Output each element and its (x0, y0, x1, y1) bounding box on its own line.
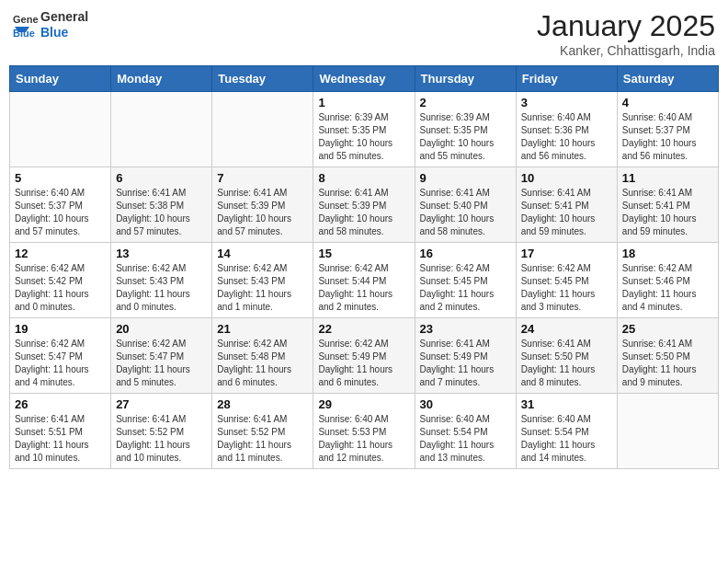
day-info: Sunrise: 6:42 AMSunset: 5:47 PMDaylight:… (116, 338, 207, 389)
logo-icon: General Blue (13, 12, 39, 38)
table-row: 12Sunrise: 6:42 AMSunset: 5:42 PMDayligh… (10, 243, 111, 318)
day-info: Sunrise: 6:39 AMSunset: 5:35 PMDaylight:… (420, 111, 511, 163)
day-number: 20 (116, 322, 207, 336)
table-row: 29Sunrise: 6:40 AMSunset: 5:53 PMDayligh… (313, 394, 415, 469)
title-area: January 2025 Kanker, Chhattisgarh, India (537, 9, 715, 58)
table-row: 22Sunrise: 6:42 AMSunset: 5:49 PMDayligh… (313, 318, 415, 394)
table-row: 3Sunrise: 6:40 AMSunset: 5:36 PMDaylight… (516, 92, 617, 167)
day-number: 16 (420, 247, 511, 260)
table-row: 16Sunrise: 6:42 AMSunset: 5:45 PMDayligh… (415, 243, 516, 318)
day-number: 22 (318, 322, 409, 336)
day-number: 13 (116, 247, 207, 260)
table-row: 10Sunrise: 6:41 AMSunset: 5:41 PMDayligh… (516, 167, 617, 243)
day-number: 7 (217, 171, 308, 185)
day-info: Sunrise: 6:40 AMSunset: 5:37 PMDaylight:… (622, 111, 713, 163)
day-info: Sunrise: 6:41 AMSunset: 5:39 PMDaylight:… (318, 187, 409, 238)
table-row: 25Sunrise: 6:41 AMSunset: 5:50 PMDayligh… (617, 318, 718, 394)
day-info: Sunrise: 6:42 AMSunset: 5:42 PMDaylight:… (15, 262, 106, 314)
day-info: Sunrise: 6:40 AMSunset: 5:54 PMDaylight:… (420, 413, 511, 465)
col-wednesday: Wednesday (313, 66, 415, 92)
table-row: 27Sunrise: 6:41 AMSunset: 5:52 PMDayligh… (111, 394, 212, 469)
day-info: Sunrise: 6:42 AMSunset: 5:43 PMDaylight:… (217, 262, 308, 314)
table-row: 26Sunrise: 6:41 AMSunset: 5:51 PMDayligh… (10, 394, 111, 469)
table-row: 31Sunrise: 6:40 AMSunset: 5:54 PMDayligh… (516, 394, 617, 469)
svg-text:Blue: Blue (13, 28, 35, 38)
col-monday: Monday (111, 66, 212, 92)
day-number: 21 (217, 322, 308, 336)
table-row: 6Sunrise: 6:41 AMSunset: 5:38 PMDaylight… (111, 167, 212, 243)
calendar-week-row: 26Sunrise: 6:41 AMSunset: 5:51 PMDayligh… (10, 394, 719, 469)
table-row (617, 394, 718, 469)
day-number: 29 (318, 397, 409, 411)
day-info: Sunrise: 6:42 AMSunset: 5:45 PMDaylight:… (420, 262, 511, 314)
day-number: 19 (15, 322, 106, 336)
table-row (212, 92, 313, 167)
location: Kanker, Chhattisgarh, India (537, 43, 715, 58)
calendar-week-row: 1Sunrise: 6:39 AMSunset: 5:35 PMDaylight… (10, 92, 719, 167)
table-row: 8Sunrise: 6:41 AMSunset: 5:39 PMDaylight… (313, 167, 415, 243)
day-number: 8 (318, 171, 409, 185)
col-thursday: Thursday (415, 66, 516, 92)
col-saturday: Saturday (617, 66, 718, 92)
calendar-week-row: 19Sunrise: 6:42 AMSunset: 5:47 PMDayligh… (10, 318, 719, 394)
day-number: 30 (420, 397, 511, 411)
month-title: January 2025 (537, 9, 715, 43)
day-info: Sunrise: 6:42 AMSunset: 5:46 PMDaylight:… (622, 262, 713, 314)
calendar-header-row: Sunday Monday Tuesday Wednesday Thursday… (10, 66, 719, 92)
table-row: 14Sunrise: 6:42 AMSunset: 5:43 PMDayligh… (212, 243, 313, 318)
day-number: 3 (521, 96, 612, 109)
day-info: Sunrise: 6:41 AMSunset: 5:38 PMDaylight:… (116, 187, 207, 238)
table-row: 15Sunrise: 6:42 AMSunset: 5:44 PMDayligh… (313, 243, 415, 318)
day-number: 12 (15, 247, 106, 260)
logo-general-text: General (40, 9, 88, 25)
day-number: 9 (420, 171, 511, 185)
table-row (111, 92, 212, 167)
day-number: 28 (217, 397, 308, 411)
calendar-table: Sunday Monday Tuesday Wednesday Thursday… (9, 65, 719, 469)
table-row: 17Sunrise: 6:42 AMSunset: 5:45 PMDayligh… (516, 243, 617, 318)
table-row: 24Sunrise: 6:41 AMSunset: 5:50 PMDayligh… (516, 318, 617, 394)
logo-blue-text: Blue (40, 25, 88, 40)
col-tuesday: Tuesday (212, 66, 313, 92)
table-row: 21Sunrise: 6:42 AMSunset: 5:48 PMDayligh… (212, 318, 313, 394)
table-row: 30Sunrise: 6:40 AMSunset: 5:54 PMDayligh… (415, 394, 516, 469)
table-row: 5Sunrise: 6:40 AMSunset: 5:37 PMDaylight… (10, 167, 111, 243)
day-number: 23 (420, 322, 511, 336)
day-info: Sunrise: 6:42 AMSunset: 5:44 PMDaylight:… (318, 262, 409, 314)
day-info: Sunrise: 6:41 AMSunset: 5:52 PMDaylight:… (217, 413, 308, 465)
day-info: Sunrise: 6:42 AMSunset: 5:48 PMDaylight:… (217, 338, 308, 389)
svg-text:General: General (13, 14, 39, 25)
day-number: 25 (622, 322, 713, 336)
col-friday: Friday (516, 66, 617, 92)
day-info: Sunrise: 6:41 AMSunset: 5:50 PMDaylight:… (521, 338, 612, 389)
day-number: 26 (15, 397, 106, 411)
table-row: 9Sunrise: 6:41 AMSunset: 5:40 PMDaylight… (415, 167, 516, 243)
table-row: 23Sunrise: 6:41 AMSunset: 5:49 PMDayligh… (415, 318, 516, 394)
table-row (10, 92, 111, 167)
table-row: 1Sunrise: 6:39 AMSunset: 5:35 PMDaylight… (313, 92, 415, 167)
table-row: 11Sunrise: 6:41 AMSunset: 5:41 PMDayligh… (617, 167, 718, 243)
day-info: Sunrise: 6:41 AMSunset: 5:49 PMDaylight:… (420, 338, 511, 389)
day-number: 17 (521, 247, 612, 260)
day-info: Sunrise: 6:42 AMSunset: 5:43 PMDaylight:… (116, 262, 207, 314)
day-number: 11 (622, 171, 713, 185)
day-number: 6 (116, 171, 207, 185)
day-info: Sunrise: 6:40 AMSunset: 5:36 PMDaylight:… (521, 111, 612, 163)
day-info: Sunrise: 6:40 AMSunset: 5:54 PMDaylight:… (521, 413, 612, 465)
day-number: 1 (318, 96, 409, 109)
day-info: Sunrise: 6:42 AMSunset: 5:45 PMDaylight:… (521, 262, 612, 314)
day-info: Sunrise: 6:41 AMSunset: 5:41 PMDaylight:… (521, 187, 612, 238)
table-row: 2Sunrise: 6:39 AMSunset: 5:35 PMDaylight… (415, 92, 516, 167)
calendar-week-row: 12Sunrise: 6:42 AMSunset: 5:42 PMDayligh… (10, 243, 719, 318)
day-info: Sunrise: 6:41 AMSunset: 5:50 PMDaylight:… (622, 338, 713, 389)
calendar-week-row: 5Sunrise: 6:40 AMSunset: 5:37 PMDaylight… (10, 167, 719, 243)
table-row: 7Sunrise: 6:41 AMSunset: 5:39 PMDaylight… (212, 167, 313, 243)
table-row: 19Sunrise: 6:42 AMSunset: 5:47 PMDayligh… (10, 318, 111, 394)
day-info: Sunrise: 6:42 AMSunset: 5:47 PMDaylight:… (15, 338, 106, 389)
day-number: 2 (420, 96, 511, 109)
table-row: 13Sunrise: 6:42 AMSunset: 5:43 PMDayligh… (111, 243, 212, 318)
day-info: Sunrise: 6:41 AMSunset: 5:40 PMDaylight:… (420, 187, 511, 238)
day-number: 15 (318, 247, 409, 260)
day-info: Sunrise: 6:41 AMSunset: 5:52 PMDaylight:… (116, 413, 207, 465)
day-info: Sunrise: 6:40 AMSunset: 5:53 PMDaylight:… (318, 413, 409, 465)
